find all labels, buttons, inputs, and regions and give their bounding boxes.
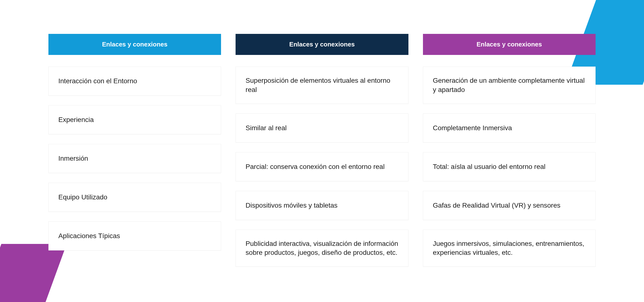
cell-text: Gafas de Realidad Virtual (VR) y sensore… — [433, 201, 560, 210]
cell-text: Parcial: conserva conexión con el entorn… — [246, 162, 384, 171]
column-2-header: Enlaces y conexiones — [236, 34, 408, 55]
column-1-cell-1: Interacción con el Entorno — [48, 66, 221, 96]
column-3-cell-3: Total: aísla al usuario del entorno real — [423, 152, 596, 181]
column-1-cell-2: Experiencia — [48, 105, 221, 134]
cell-text: Generación de un ambiente completamente … — [433, 76, 586, 94]
column-3-cell-2: Completamente Inmersiva — [423, 113, 596, 143]
cell-text: Publicidad interactiva, visualización de… — [246, 239, 398, 258]
column-1-header: Enlaces y conexiones — [48, 34, 221, 55]
column-2-cell-3: Parcial: conserva conexión con el entorn… — [236, 152, 408, 181]
cell-text: Aplicaciones Típicas — [58, 231, 120, 241]
cell-text: Similar al real — [246, 123, 287, 133]
comparison-table: Enlaces y conexiones Interacción con el … — [0, 0, 644, 302]
column-3-header: Enlaces y conexiones — [423, 34, 596, 55]
column-3-cell-4: Gafas de Realidad Virtual (VR) y sensore… — [423, 191, 596, 220]
column-1-cell-4: Equipo Utilizado — [48, 183, 221, 212]
cell-text: Juegos inmersivos, simulaciones, entrena… — [433, 239, 586, 258]
column-3-cell-1: Generación de un ambiente completamente … — [423, 66, 596, 104]
cell-text: Completamente Inmersiva — [433, 123, 512, 133]
column-2: Enlaces y conexiones Superposición de el… — [236, 34, 408, 276]
column-1-cell-3: Inmersión — [48, 144, 221, 173]
cell-text: Inmersión — [58, 154, 88, 163]
column-2-cell-4: Dispositivos móviles y tabletas — [236, 191, 408, 220]
columns-container: Enlaces y conexiones Interacción con el … — [0, 0, 644, 276]
cell-text: Equipo Utilizado — [58, 193, 107, 202]
cell-text: Dispositivos móviles y tabletas — [246, 201, 338, 210]
cell-text: Interacción con el Entorno — [58, 76, 137, 86]
column-1: Enlaces y conexiones Interacción con el … — [48, 34, 221, 276]
column-2-cell-5: Publicidad interactiva, visualización de… — [236, 230, 408, 267]
column-3-cell-5: Juegos inmersivos, simulaciones, entrena… — [423, 230, 596, 267]
column-2-cell-2: Similar al real — [236, 113, 408, 143]
cell-text: Superposición de elementos virtuales al … — [246, 76, 398, 94]
column-3: Enlaces y conexiones Generación de un am… — [423, 34, 596, 276]
column-1-cell-5: Aplicaciones Típicas — [48, 221, 221, 251]
cell-text: Experiencia — [58, 115, 94, 124]
cell-text: Total: aísla al usuario del entorno real — [433, 162, 546, 171]
column-2-cell-1: Superposición de elementos virtuales al … — [236, 66, 408, 104]
